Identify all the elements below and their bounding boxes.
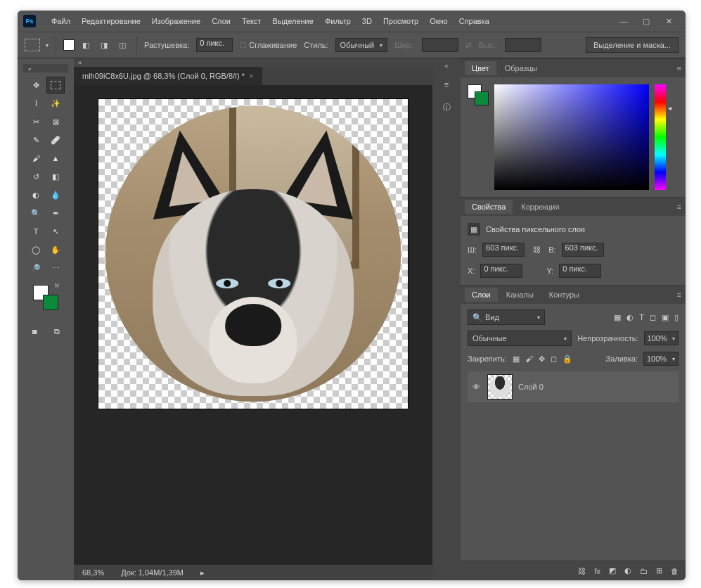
y-field[interactable]: 0 пикс. <box>559 264 601 278</box>
add-selection-icon[interactable]: ◧ <box>79 38 93 52</box>
hand-tool[interactable]: ✋ <box>46 241 65 258</box>
tab-swatches[interactable]: Образцы <box>498 61 544 75</box>
zoom-tool[interactable]: 🔎 <box>27 260 45 276</box>
doc-collapse-icon[interactable]: « <box>78 59 82 66</box>
filter-shape-icon[interactable]: ◻ <box>650 313 656 322</box>
panel-background[interactable] <box>475 91 489 106</box>
quick-mask-tool[interactable]: ◙ <box>25 323 44 340</box>
zoom-value[interactable]: 68,3% <box>82 568 104 577</box>
menu-filter[interactable]: Фильтр <box>319 17 356 25</box>
tab-adjustments[interactable]: Коррекция <box>514 200 566 214</box>
dodge-tool[interactable]: 🔍 <box>27 205 45 222</box>
marquee-tool[interactable] <box>46 77 65 94</box>
swap-colors-icon[interactable]: ⤱ <box>54 282 60 289</box>
canvas[interactable] <box>98 99 408 409</box>
menu-view[interactable]: Просмотр <box>378 17 424 25</box>
close-button[interactable]: ✕ <box>657 13 680 30</box>
filter-pixel-icon[interactable]: ▦ <box>614 313 621 322</box>
info-icon[interactable]: ⓘ <box>439 99 454 115</box>
mask-icon[interactable]: ◩ <box>609 566 616 575</box>
panel-menu-icon[interactable]: ≡ <box>677 290 681 299</box>
healing-tool[interactable]: 🩹 <box>46 132 65 148</box>
dock-collapse-icon[interactable]: « <box>444 63 448 70</box>
eraser-tool[interactable]: ◧ <box>46 168 65 185</box>
color-swatches[interactable]: ⤱ <box>33 285 58 310</box>
close-icon[interactable]: × <box>249 72 253 80</box>
filter-smart-icon[interactable]: ▣ <box>662 313 669 322</box>
history-brush-tool[interactable]: ↺ <box>27 168 45 185</box>
feather-input[interactable]: 0 пикс. <box>196 38 233 52</box>
style-select[interactable]: Обычный▾ <box>335 38 388 52</box>
blend-mode-select[interactable]: Обычные▾ <box>468 331 572 346</box>
fill-input[interactable]: 100%▾ <box>643 352 679 366</box>
panel-menu-icon[interactable]: ≡ <box>677 203 681 211</box>
filter-toggle-icon[interactable]: ▯ <box>674 313 679 322</box>
saturation-field[interactable] <box>494 84 649 190</box>
menu-file[interactable]: Файл <box>46 17 76 25</box>
maximize-button[interactable]: ▢ <box>635 13 657 30</box>
tab-layers[interactable]: Слои <box>465 288 498 302</box>
intersect-selection-icon[interactable]: ◫ <box>115 38 129 52</box>
hue-handle-icon[interactable]: ◂ <box>668 104 671 112</box>
tab-paths[interactable]: Контуры <box>542 288 586 302</box>
lock-position-icon[interactable]: ✥ <box>539 354 545 364</box>
tab-color[interactable]: Цвет <box>465 61 496 75</box>
lock-all-icon[interactable]: 🔒 <box>562 354 572 364</box>
pen-tool[interactable]: ✒ <box>46 205 65 222</box>
select-mask-button[interactable]: Выделение и маска... <box>586 37 679 53</box>
more-tools[interactable]: ⋯ <box>46 260 65 276</box>
history-icon[interactable]: ≡ <box>439 77 454 92</box>
adjustment-icon[interactable]: ◐ <box>624 566 631 575</box>
eyedropper-tool[interactable]: ✎ <box>27 132 45 148</box>
menu-text[interactable]: Текст <box>236 17 267 25</box>
blur-tool[interactable]: 💧 <box>46 186 65 203</box>
layer-filter-select[interactable]: 🔍 Вид ▾ <box>468 309 545 325</box>
minimize-button[interactable]: — <box>612 13 635 30</box>
delete-icon[interactable]: 🗑 <box>671 567 679 575</box>
canvas-area[interactable] <box>74 85 432 565</box>
menu-3d[interactable]: 3D <box>356 17 378 25</box>
layer-item[interactable]: 👁 Слой 0 <box>468 371 679 402</box>
tool-preset[interactable]: ▾ <box>25 39 49 51</box>
menu-window[interactable]: Окно <box>424 17 454 25</box>
gradient-tool[interactable]: ◐ <box>27 186 45 203</box>
lasso-tool[interactable]: ⌇ <box>27 95 45 112</box>
new-selection-icon[interactable] <box>63 39 75 51</box>
menu-image[interactable]: Изображение <box>146 17 206 25</box>
layer-name[interactable]: Слой 0 <box>518 383 544 391</box>
lock-transparency-icon[interactable]: ▦ <box>513 354 520 364</box>
layer-thumbnail[interactable] <box>487 374 513 400</box>
magic-wand-tool[interactable]: ✨ <box>46 95 65 112</box>
link-icon[interactable]: ⛓ <box>530 243 543 256</box>
opacity-input[interactable]: 100%▾ <box>644 331 679 345</box>
shape-tool[interactable]: ◯ <box>27 241 45 258</box>
lock-pixels-icon[interactable]: 🖌 <box>525 354 533 363</box>
hue-slider[interactable]: ◂ <box>655 84 666 190</box>
stamp-tool[interactable]: ▲ <box>46 150 65 167</box>
filter-text-icon[interactable]: T <box>639 313 644 322</box>
height-field[interactable]: 603 пикс. <box>562 243 604 257</box>
status-arrow-icon[interactable]: ▸ <box>200 568 205 577</box>
crop-tool[interactable]: ✂ <box>27 113 45 130</box>
link-layers-icon[interactable]: ⛓ <box>578 567 586 575</box>
frame-tool[interactable]: ⊠ <box>46 113 65 130</box>
visibility-icon[interactable]: 👁 <box>470 383 482 391</box>
menu-edit[interactable]: Редактирование <box>76 17 146 25</box>
brush-tool[interactable]: 🖌 <box>27 150 45 167</box>
background-color[interactable] <box>43 295 58 310</box>
x-field[interactable]: 0 пикс. <box>480 264 522 278</box>
new-layer-icon[interactable]: ⊞ <box>656 566 662 575</box>
tab-properties[interactable]: Свойства <box>465 200 513 214</box>
lock-artboard-icon[interactable]: ◻ <box>551 354 557 364</box>
group-icon[interactable]: 🗀 <box>640 567 648 575</box>
subtract-selection-icon[interactable]: ◨ <box>97 38 111 52</box>
panel-color-swatches[interactable] <box>468 84 489 106</box>
tools-collapse-handle[interactable]: « <box>23 64 68 72</box>
panel-menu-icon[interactable]: ≡ <box>677 64 681 72</box>
filter-adjust-icon[interactable]: ◐ <box>626 313 634 322</box>
document-tab[interactable]: mlh09iC8x6U.jpg @ 68,3% (Слой 0, RGB/8#)… <box>74 67 262 85</box>
menu-select[interactable]: Выделение <box>267 17 319 25</box>
fx-icon[interactable]: fx <box>594 567 600 575</box>
move-tool[interactable]: ✥ <box>27 77 45 94</box>
path-select-tool[interactable]: ↖ <box>46 223 65 240</box>
